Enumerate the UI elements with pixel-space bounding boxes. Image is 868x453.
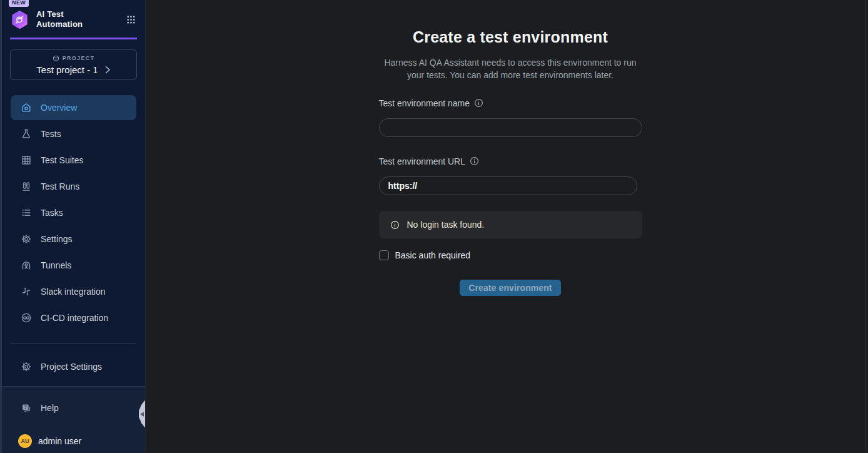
basic-auth-label: Basic auth required [395, 250, 471, 260]
info-icon[interactable] [470, 156, 479, 166]
svg-text:?: ? [24, 405, 27, 409]
sidebar-item-label: CI-CD integration [41, 313, 108, 323]
project-eyebrow-label: PROJECT [63, 55, 95, 61]
sidebar-item-cicd-integration[interactable]: CI-CD integration [11, 305, 136, 330]
page-subtitle: Harness AI QA Assistant needs to access … [379, 56, 642, 81]
sidebar-nav: Overview Tests Test Suites [2, 95, 145, 330]
help-label: Help [41, 403, 59, 413]
notice-text: No login task found. [407, 220, 485, 230]
basic-auth-row: Basic auth required [379, 250, 642, 260]
app-title: AI Test Automation [36, 9, 91, 29]
sidebar-item-tasks[interactable]: Tasks [11, 200, 136, 225]
sidebar-item-test-runs[interactable]: Test Runs [11, 174, 136, 199]
sidebar-item-label: Settings [41, 234, 73, 244]
cicd-icon [21, 312, 32, 323]
new-badge: NEW [9, 0, 29, 7]
project-selector[interactable]: PROJECT Test project - 1 [10, 49, 137, 80]
page-title: Create a test environment [379, 28, 642, 46]
notice-info-icon [390, 220, 400, 230]
env-url-input[interactable] [379, 176, 637, 195]
create-environment-form: Create a test environment Harness AI QA … [379, 0, 642, 296]
sidebar-item-label: Slack integration [41, 287, 106, 297]
project-name: Test project - 1 [36, 64, 98, 75]
gear-icon [21, 233, 32, 245]
main-content: Create a test environment Harness AI QA … [145, 0, 868, 453]
sidebar-item-label: Test Runs [41, 181, 79, 191]
env-name-input[interactable] [379, 118, 642, 137]
app-switcher-grid-icon[interactable] [126, 14, 136, 25]
sidebar-footer: ? Help AU admin user [2, 386, 145, 453]
sidebar-item-settings[interactable]: Settings [11, 227, 136, 252]
sidebar-item-slack-integration[interactable]: Slack integration [11, 279, 136, 304]
user-name: admin user [38, 436, 81, 446]
app-logo-icon [10, 10, 29, 29]
env-name-label: Test environment name [379, 98, 470, 108]
sidebar-item-label: Tests [41, 129, 61, 139]
home-icon [21, 102, 32, 113]
sidebar-item-label: Project Settings [41, 362, 102, 372]
help-chat-icon: ? [21, 402, 33, 414]
collapse-arrow-icon [140, 412, 144, 417]
env-url-label-row: Test environment URL [379, 156, 642, 166]
sidebar-item-test-suites[interactable]: Test Suites [11, 148, 136, 173]
no-login-task-notice: No login task found. [379, 211, 642, 238]
accent-divider [10, 38, 137, 39]
grid-table-icon [21, 155, 32, 166]
sidebar-item-label: Tasks [41, 208, 63, 218]
slack-icon [21, 286, 32, 297]
sidebar-item-label: Tunnels [41, 260, 71, 270]
sidebar-item-label: Test Suites [41, 155, 83, 165]
env-url-label: Test environment URL [379, 156, 466, 166]
flask-icon [21, 128, 32, 140]
sidebar: NEW AI Test Automa [0, 0, 145, 453]
help-button[interactable]: ? Help [11, 400, 136, 416]
test-runs-icon [21, 181, 32, 192]
tunnel-icon [21, 260, 32, 271]
cube-icon [53, 55, 59, 62]
project-eyebrow: PROJECT [53, 55, 95, 62]
basic-auth-checkbox[interactable] [379, 250, 389, 260]
sidebar-item-label: Overview [41, 103, 77, 113]
avatar: AU [18, 434, 32, 448]
right-edge-line [865, 0, 866, 453]
info-icon[interactable] [474, 98, 483, 108]
user-menu[interactable]: AU admin user [11, 434, 136, 448]
gear-icon [21, 361, 32, 372]
sidebar-item-tunnels[interactable]: Tunnels [11, 253, 136, 278]
sidebar-item-tests[interactable]: Tests [11, 121, 136, 146]
sidebar-item-project-settings[interactable]: Project Settings [11, 354, 136, 379]
env-name-label-row: Test environment name [379, 98, 642, 108]
create-environment-button[interactable]: Create environment [460, 280, 560, 296]
chevron-right-icon [105, 66, 111, 74]
sidebar-item-overview[interactable]: Overview [11, 95, 136, 120]
task-list-icon [21, 207, 32, 218]
